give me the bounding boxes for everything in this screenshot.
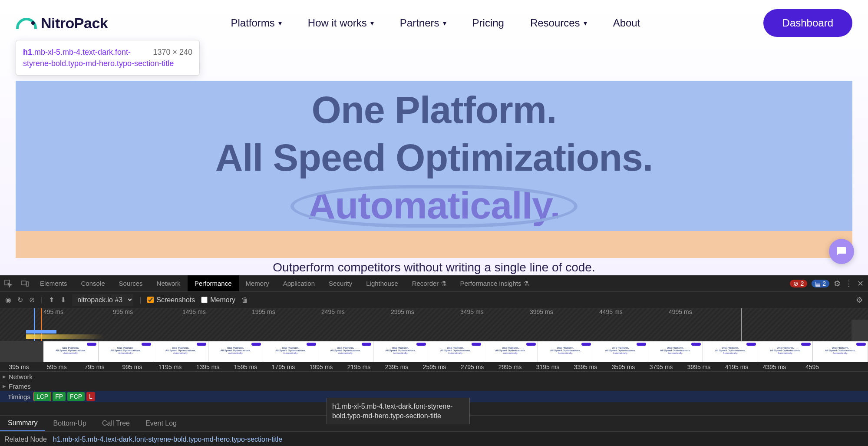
ruler-tick: 1795 ms [264,363,302,370]
stab-event-log[interactable]: Event Log [138,416,185,431]
filmstrip[interactable]: One Platform.All Speed Optimizations.Aut… [0,341,868,362]
chevron-down-icon: ▾ [278,19,282,27]
ruler-tick: 3195 ms [529,363,567,370]
nav-resources[interactable]: Resources▾ [530,17,587,29]
filmstrip-frame: One Platform.All Speed Optimizations.Aut… [703,341,758,362]
issues-badge[interactable]: ▤2 [812,280,829,287]
hero-subline: Outperform competitors without writing a… [0,261,868,274]
more-icon[interactable]: ⋮ [845,279,853,288]
chip-fp[interactable]: FP [53,392,66,401]
stab-bottom-up[interactable]: Bottom-Up [45,416,94,431]
tab-security[interactable]: Security [322,275,359,291]
logo-text: NitroPack [41,15,108,32]
stab-summary[interactable]: Summary [0,416,45,431]
devtools-tabs: Elements Console Sources Network Perform… [0,275,868,292]
filmstrip-frame: One Platform.All Speed Optimizations.Aut… [758,341,813,362]
nav-partners[interactable]: Partners▾ [400,17,446,29]
settings-icon[interactable]: ⚙ [834,279,841,288]
reload-record-icon[interactable]: ↻ [17,296,23,304]
track-frames[interactable]: Frames [0,381,868,391]
filmstrip-frame: One Platform.All Speed Optimizations.Aut… [318,341,373,362]
ruler-tick: 3395 ms [567,363,604,370]
filmstrip-frame: One Platform.All Speed Optimizations.Aut… [43,341,99,362]
memory-checkbox[interactable] [201,297,208,303]
errors-badge[interactable]: ⊘2 [790,280,807,287]
tab-memory[interactable]: Memory [239,275,276,291]
device-toggle-icon[interactable] [17,275,33,291]
chat-icon [835,245,848,258]
error-icon: ⊘ [793,280,799,287]
ruler-tick: 595 ms [38,363,76,370]
tab-network[interactable]: Network [150,275,188,291]
ruler-tick: 1595 ms [227,363,264,370]
filmstrip-frame: One Platform.All Speed Optimizations.Aut… [153,341,208,362]
hero-highlight: One Platform. All Speed Optimizations. A… [16,81,852,258]
inspect-tooltip: 1370 × 240 h1.mb-xl-5.mb-4.text-dark.fon… [16,40,200,76]
tab-application[interactable]: Application [276,275,322,291]
tab-performance-insights[interactable]: Performance insights ⚗ [453,275,536,291]
memory-toggle[interactable]: Memory [201,296,235,304]
perf-settings-icon[interactable]: ⚙ [856,295,863,305]
related-node-link[interactable]: h1.mb-xl-5.mb-4.text-dark.font-styrene-b… [53,436,282,443]
nav-platforms[interactable]: Platforms▾ [231,17,281,29]
inspect-picker-icon[interactable] [0,275,17,291]
stab-call-tree[interactable]: Call Tree [94,416,138,431]
chip-fcp[interactable]: FCP [67,392,85,401]
screenshots-checkbox[interactable] [147,297,154,303]
devtools-panel: Elements Console Sources Network Perform… [0,275,868,446]
tab-elements[interactable]: Elements [33,275,74,291]
close-icon[interactable]: ✕ [857,279,864,288]
ruler-tick: 395 ms [0,363,38,370]
tab-console[interactable]: Console [74,275,112,291]
ruler-tick: 2195 ms [340,363,378,370]
tab-lighthouse[interactable]: Lighthouse [359,275,405,291]
ruler-tick: 2595 ms [416,363,453,370]
ruler-tick: 3795 ms [642,363,680,370]
overview-timeline[interactable]: 495 ms995 ms1495 ms1995 ms2495 ms2995 ms… [0,308,868,341]
clear-icon[interactable]: ⊘ [29,296,35,304]
main-ruler: 395 ms595 ms795 ms995 ms1195 ms1395 ms15… [0,362,868,372]
ruler-tick: 3595 ms [604,363,642,370]
filmstrip-frame: One Platform.All Speed Optimizations.Aut… [373,341,429,362]
record-icon[interactable]: ◉ [5,296,11,304]
chip-lcp[interactable]: LCP [34,392,51,401]
chat-bubble-button[interactable] [829,239,854,264]
ruler-tick: 795 ms [76,363,113,370]
nav-how-it-works[interactable]: How it works▾ [308,17,374,29]
filmstrip-frame: One Platform.All Speed Optimizations.Aut… [483,341,538,362]
download-icon[interactable]: ⬇ [60,296,66,304]
ruler-tick: 4395 ms [756,363,793,370]
tab-recorder[interactable]: Recorder ⚗ [405,275,453,291]
filmstrip-frame: One Platform.All Speed Optimizations.Aut… [593,341,648,362]
related-node-row: Related Node h1.mb-xl-5.mb-4.text-dark.f… [0,432,868,446]
trash-icon[interactable]: 🗑 [241,296,248,304]
ruler-tick: 4195 ms [718,363,756,370]
tab-sources[interactable]: Sources [112,275,150,291]
filmstrip-frame: One Platform.All Speed Optimizations.Aut… [263,341,318,362]
tab-performance[interactable]: Performance [188,275,239,291]
ruler-tick: 1395 ms [189,363,227,370]
upload-icon[interactable]: ⬆ [49,296,54,304]
dashboard-button[interactable]: Dashboard [763,9,852,37]
filmstrip-frame: One Platform.All Speed Optimizations.Aut… [648,341,703,362]
issue-icon: ▤ [815,280,821,287]
track-network[interactable]: Network [0,372,868,381]
ruler-tick: 2995 ms [491,363,529,370]
logo[interactable]: NitroPack [16,15,108,32]
cpu-label: CPU [856,321,867,327]
screenshots-toggle[interactable]: Screenshots [147,296,195,304]
ruler-tick: 1195 ms [151,363,189,370]
filmstrip-frame: One Platform.All Speed Optimizations.Aut… [428,341,483,362]
hero-line2: All Speed Optimizations. [16,134,852,182]
ruler-tick: 2395 ms [378,363,416,370]
beaker-icon: ⚗ [441,280,446,287]
timing-hover-tooltip: h1.mb-xl-5.mb-4.text-dark.font-styrene-b… [327,398,470,424]
profile-select[interactable]: nitropack.io #3 [72,294,133,306]
chip-l[interactable]: L [86,392,95,401]
inspect-dimensions: 1370 × 240 [153,46,192,58]
filmstrip-frame: One Platform.All Speed Optimizations.Aut… [99,341,154,362]
ruler-tick: 995 ms [113,363,151,370]
nav-pricing[interactable]: Pricing [472,17,504,29]
nav-about[interactable]: About [613,17,640,29]
filmstrip-frame: One Platform.All Speed Optimizations.Aut… [538,341,593,362]
